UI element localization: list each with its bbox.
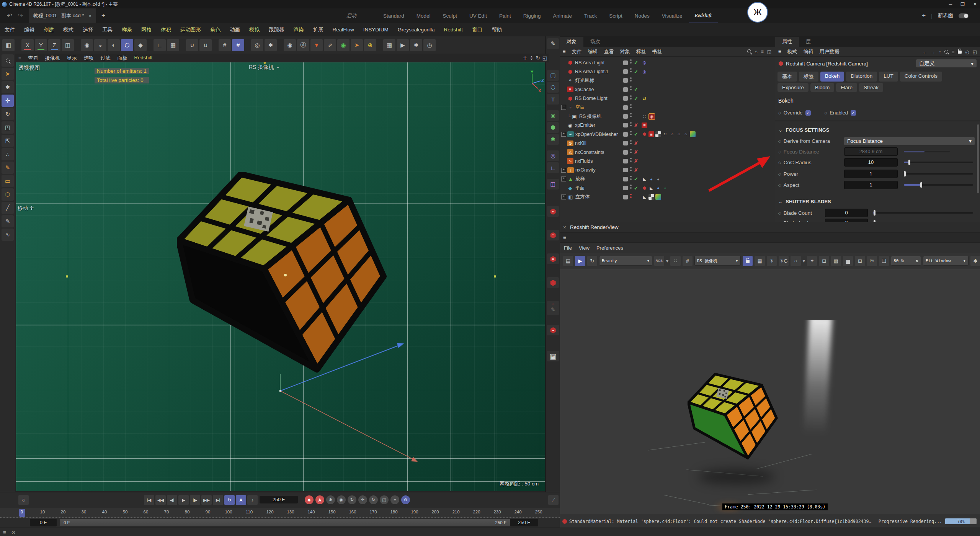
- layout-tab-script[interactable]: Script: [603, 8, 629, 23]
- dolly-view-icon[interactable]: ⇕: [529, 55, 534, 61]
- object-row[interactable]: ◉xpEmitter✗≡: [560, 121, 775, 130]
- coord-system-icon[interactable]: ◫: [62, 39, 74, 51]
- phong-tag[interactable]: ◣: [642, 194, 647, 200]
- enabled-check-icon[interactable]: ✓: [634, 69, 638, 75]
- section-header-focus-settings[interactable]: ⌄FOCUS SETTINGS: [778, 126, 976, 134]
- om-menu-查看[interactable]: 查看: [604, 48, 614, 55]
- cursor-tool-icon[interactable]: ➤: [351, 39, 363, 51]
- rs-material-tag[interactable]: ⬢: [642, 185, 647, 191]
- om-menu-书签[interactable]: 书签: [652, 48, 662, 55]
- previous-key-icon[interactable]: ◀◀: [155, 495, 166, 505]
- material-sphere-tag[interactable]: ●: [655, 176, 661, 182]
- attr-tab-distortion[interactable]: Distortion: [846, 72, 877, 82]
- workplane-axis-icon[interactable]: ∟: [154, 39, 166, 51]
- object-row[interactable]: +↓nxGravity✗: [560, 166, 775, 175]
- compare-icon[interactable]: ▨: [831, 256, 841, 266]
- object-row[interactable]: ≡xpCache✓: [560, 85, 775, 94]
- document-tab[interactable]: 教程_0001 - 副本.c4d * ×: [29, 8, 96, 23]
- om-menu-对象[interactable]: 对象: [620, 48, 630, 55]
- lock-icon[interactable]: [958, 49, 962, 55]
- rs-volume-icon[interactable]: ⬢☁: [547, 325, 559, 335]
- bucket-grid-icon[interactable]: ▦: [755, 256, 764, 266]
- om-menu-标签[interactable]: 标签: [636, 48, 646, 55]
- viewport-canvas[interactable]: 透视视图 Number of emitters: 1 Total live pa…: [16, 62, 545, 491]
- handle-dot-right[interactable]: [494, 275, 496, 278]
- zoom-select[interactable]: 80 %⇅: [891, 256, 921, 266]
- render-view-icon[interactable]: ▦: [383, 39, 395, 51]
- status-menu-icon[interactable]: ≡: [3, 529, 6, 535]
- brush-tool-icon[interactable]: ╱: [2, 202, 14, 214]
- xparticles-icon[interactable]: ▼: [310, 39, 323, 51]
- object-row[interactable]: −◦空白: [560, 103, 775, 112]
- layer-color-swatch[interactable]: [623, 60, 628, 65]
- disabled-cross-icon[interactable]: ✗: [634, 158, 638, 164]
- primitive-plane-icon[interactable]: ▢: [547, 70, 559, 81]
- object-row[interactable]: ⊘nxKill✗: [560, 139, 775, 148]
- layout-tab-standard[interactable]: Standard: [377, 8, 410, 23]
- layer-color-swatch[interactable]: [623, 114, 628, 119]
- scale-tool-icon[interactable]: ◰: [2, 121, 14, 134]
- om-tab-场次[interactable]: 场次: [583, 37, 607, 47]
- attr-slider-aspect[interactable]: [904, 184, 973, 186]
- target-tag[interactable]: ◎: [642, 69, 647, 75]
- stereo-camera-icon[interactable]: ▣ST: [547, 351, 559, 361]
- menu-模式[interactable]: 模式: [63, 26, 74, 33]
- render-settings-icon[interactable]: ✱: [410, 39, 422, 51]
- expand-toggle[interactable]: +: [561, 132, 566, 137]
- visibility-dots[interactable]: [630, 68, 632, 74]
- menu-样条[interactable]: 样条: [122, 26, 132, 33]
- undo-icon[interactable]: ↶: [7, 12, 12, 20]
- attr-tab-exposure[interactable]: Exposure: [777, 83, 808, 92]
- menu-选择[interactable]: 选择: [83, 26, 93, 33]
- add-document-button[interactable]: +: [101, 12, 105, 20]
- object-row[interactable]: △nxConstraints✗: [560, 148, 775, 157]
- modeling-axis-icon[interactable]: ✱: [265, 39, 277, 51]
- attr-tab-streak[interactable]: Streak: [859, 83, 883, 92]
- menu-RealFlow[interactable]: RealFlow: [333, 27, 354, 33]
- layer-color-swatch[interactable]: [623, 150, 628, 155]
- loop-icon[interactable]: ↻: [224, 495, 235, 505]
- edges-mode-icon[interactable]: ◒: [94, 39, 106, 51]
- attr-tab-flare[interactable]: Flare: [836, 83, 857, 92]
- deformer-icon[interactable]: ◎: [547, 150, 559, 161]
- key-position-icon[interactable]: ✛: [358, 495, 367, 504]
- gsg-deer-logo-icon[interactable]: Ж: [747, 2, 768, 23]
- modeling-settings-icon[interactable]: ◎: [251, 39, 263, 51]
- layout-tab-model[interactable]: Model: [410, 8, 437, 23]
- interactive-render-icon[interactable]: ◷: [423, 39, 436, 51]
- rotate-tool-icon[interactable]: ↻: [2, 108, 14, 120]
- layer-color-swatch[interactable]: [623, 141, 628, 145]
- menu-扩展[interactable]: 扩展: [313, 26, 323, 33]
- active-camera-tag[interactable]: ◉: [648, 113, 655, 120]
- spline-pen-icon[interactable]: ✎: [2, 162, 14, 174]
- layout-tab-track[interactable]: Track: [578, 8, 603, 23]
- key-param-icon[interactable]: ≡: [390, 495, 399, 504]
- attr-menu-icon[interactable]: ≡: [778, 49, 781, 54]
- om-menu-icon[interactable]: ≡: [563, 49, 566, 54]
- pen-disabled-icon[interactable]: ✎: [547, 304, 559, 315]
- spline-pen-icon[interactable]: ✎: [547, 38, 559, 49]
- attr-tab-lut[interactable]: LUT: [879, 72, 898, 82]
- visibility-dots[interactable]: [630, 158, 632, 163]
- visibility-dots[interactable]: [630, 95, 632, 101]
- attr-slider-coc-radius[interactable]: [904, 162, 973, 163]
- channel-rgb-icon[interactable]: RGB: [654, 256, 664, 266]
- freeze-icon[interactable]: ✳: [767, 256, 777, 266]
- disabled-cross-icon[interactable]: ✗: [634, 141, 638, 146]
- enabled-check-icon[interactable]: ✓: [634, 87, 638, 92]
- play-icon[interactable]: ▶: [178, 495, 189, 505]
- texture-tag[interactable]: [655, 131, 661, 137]
- attr-value-blade-count[interactable]: 0: [825, 209, 868, 217]
- next-frame-icon[interactable]: |▶: [190, 495, 200, 505]
- primitive-cube-icon[interactable]: ⬡: [547, 82, 559, 93]
- cache-tag[interactable]: ≡: [648, 131, 654, 137]
- layer-color-swatch[interactable]: [623, 168, 628, 172]
- renderview-menu-icon[interactable]: ≡: [563, 235, 566, 240]
- viewport-menu-选项[interactable]: 选项: [84, 55, 94, 62]
- layer-color-swatch[interactable]: [623, 87, 628, 92]
- dots-tag[interactable]: ∷: [662, 131, 668, 137]
- points-mode-icon[interactable]: ◉: [81, 39, 93, 51]
- axis-modifier-icon[interactable]: ∟: [547, 162, 559, 173]
- enabled-checkbox-row[interactable]: ◇Enabled ✓: [825, 110, 856, 116]
- document-close-icon[interactable]: ×: [88, 13, 91, 19]
